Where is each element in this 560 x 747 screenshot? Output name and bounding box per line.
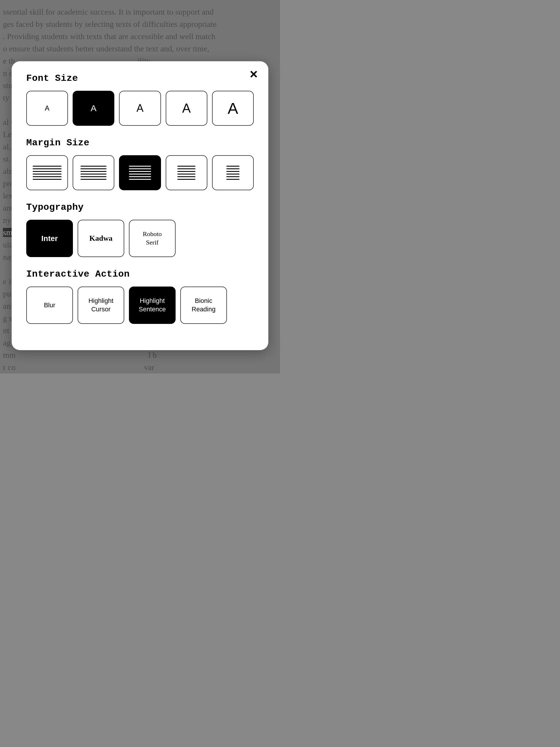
typography-inter-label: Inter [42, 234, 58, 243]
font-size-label-1: A [45, 104, 50, 112]
font-size-option-4[interactable]: A [166, 91, 207, 126]
margin-line [129, 169, 151, 169]
margin-option-3[interactable] [119, 155, 161, 190]
margin-line [80, 179, 106, 180]
action-highlight-cursor-label: HighlightCursor [88, 297, 113, 313]
interactive-action-options: Blur HighlightCursor HighlightSentence B… [26, 287, 254, 324]
margin-option-1[interactable] [26, 155, 68, 190]
margin-line [129, 166, 151, 166]
margin-line [177, 166, 195, 166]
margin-line [33, 166, 61, 166]
margin-size-options [26, 155, 254, 190]
margin-line [80, 174, 106, 175]
margin-lines-4 [172, 166, 201, 180]
margin-line [226, 179, 240, 180]
margin-size-title: Margin Size [26, 137, 254, 148]
font-size-option-2[interactable]: A [73, 91, 114, 126]
margin-line [33, 171, 61, 172]
margin-line [177, 174, 195, 175]
action-bionic-reading-label: BionicReading [192, 297, 216, 313]
typography-kadwa[interactable]: Kadwa [78, 220, 124, 257]
margin-line [226, 166, 240, 166]
font-size-label-4: A [182, 101, 191, 115]
margin-line [226, 169, 240, 169]
margin-line [129, 171, 151, 172]
margin-line [80, 176, 106, 177]
margin-option-5[interactable] [212, 155, 254, 190]
typography-options: Inter Kadwa RobotoSerif [26, 220, 254, 257]
close-button[interactable]: ✕ [249, 70, 258, 80]
typography-roboto-label: RobotoSerif [143, 230, 162, 247]
margin-line [33, 176, 61, 177]
margin-line [129, 174, 151, 175]
font-size-label-5: A [228, 99, 238, 117]
font-size-label-2: A [91, 103, 97, 113]
margin-line [226, 176, 240, 177]
action-bionic-reading[interactable]: BionicReading [180, 287, 227, 324]
typography-inter[interactable]: Inter [26, 220, 73, 257]
action-highlight-sentence[interactable]: HighlightSentence [129, 287, 176, 324]
margin-line [177, 169, 195, 169]
margin-option-2[interactable] [73, 155, 114, 190]
font-size-label-3: A [136, 102, 143, 114]
margin-line [226, 174, 240, 175]
font-size-title: Font Size [26, 73, 254, 84]
typography-title: Typography [26, 202, 254, 213]
action-highlight-cursor[interactable]: HighlightCursor [78, 287, 124, 324]
margin-line [129, 179, 151, 180]
typography-section: Typography Inter Kadwa RobotoSerif [26, 202, 254, 257]
font-size-option-1[interactable]: A [26, 91, 68, 126]
typography-kadwa-label: Kadwa [89, 234, 112, 243]
font-size-option-5[interactable]: A [212, 91, 254, 126]
margin-line [33, 179, 61, 180]
margin-line [80, 171, 106, 172]
margin-line [33, 169, 61, 169]
margin-line [177, 176, 195, 177]
margin-lines-3 [126, 166, 154, 180]
margin-line [80, 169, 106, 169]
interactive-action-section: Interactive Action Blur HighlightCursor … [26, 269, 254, 324]
interactive-action-title: Interactive Action [26, 269, 254, 280]
margin-lines-2 [79, 166, 108, 180]
action-blur-label: Blur [44, 301, 55, 310]
margin-line [129, 176, 151, 177]
margin-line [80, 166, 106, 166]
margin-option-4[interactable] [166, 155, 207, 190]
margin-line [177, 179, 195, 180]
settings-modal: ✕ Font Size A A A A A Margin Size [12, 61, 268, 350]
margin-lines-1 [33, 166, 61, 180]
margin-size-section: Margin Size [26, 137, 254, 190]
font-size-options: A A A A A [26, 91, 254, 126]
action-blur[interactable]: Blur [26, 287, 73, 324]
margin-line [226, 171, 240, 172]
margin-line [177, 171, 195, 172]
margin-line [33, 174, 61, 175]
action-highlight-sentence-label: HighlightSentence [139, 297, 166, 313]
margin-lines-5 [218, 166, 247, 180]
typography-roboto-serif[interactable]: RobotoSerif [129, 220, 176, 257]
font-size-section: Font Size A A A A A [26, 73, 254, 126]
font-size-option-3[interactable]: A [119, 91, 161, 126]
